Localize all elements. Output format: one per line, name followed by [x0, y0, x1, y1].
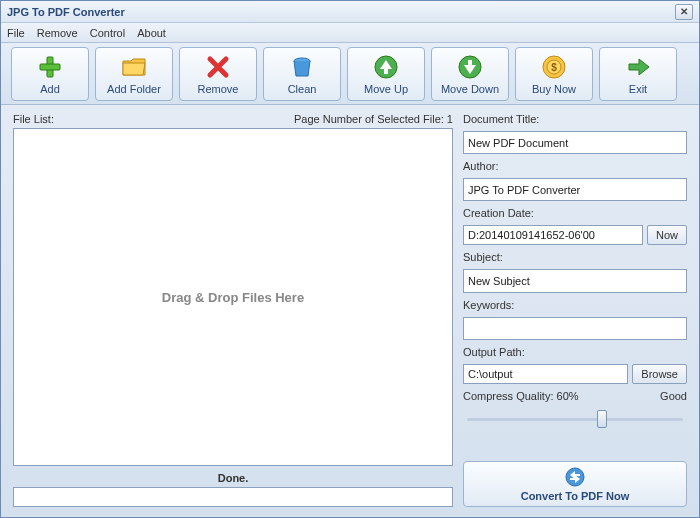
exit-label: Exit: [629, 83, 647, 95]
arrow-up-icon: [372, 53, 400, 81]
svg-text:$: $: [551, 62, 557, 73]
subject-input[interactable]: [463, 269, 687, 292]
author-label: Author:: [463, 160, 687, 172]
window-title: JPG To PDF Converter: [7, 6, 675, 18]
output-input[interactable]: [463, 364, 628, 384]
exit-arrow-icon: [624, 53, 652, 81]
status-label: Done.: [13, 472, 453, 484]
trash-icon: [288, 53, 316, 81]
doctitle-label: Document Title:: [463, 113, 687, 125]
arrow-down-icon: [456, 53, 484, 81]
slider-thumb[interactable]: [597, 410, 607, 428]
output-label: Output Path:: [463, 346, 687, 358]
titlebar: JPG To PDF Converter ✕: [1, 1, 699, 23]
quality-slider[interactable]: [463, 408, 687, 432]
keywords-label: Keywords:: [463, 299, 687, 311]
add-folder-label: Add Folder: [107, 83, 161, 95]
convert-label: Convert To PDF Now: [521, 490, 630, 502]
left-panel: File List: Page Number of Selected File:…: [13, 113, 453, 507]
right-panel: Document Title: Author: Creation Date: N…: [463, 113, 687, 507]
menubar: File Remove Control About: [1, 23, 699, 43]
date-input[interactable]: [463, 225, 643, 245]
buy-now-button[interactable]: $ Buy Now: [515, 47, 593, 101]
drop-placeholder: Drag & Drop Files Here: [162, 290, 304, 305]
clean-button[interactable]: Clean: [263, 47, 341, 101]
filelist-label: File List:: [13, 113, 54, 125]
exit-button[interactable]: Exit: [599, 47, 677, 101]
quality-text: Good: [660, 390, 687, 402]
menu-file[interactable]: File: [7, 27, 25, 39]
svg-rect-1: [40, 64, 60, 70]
add-button[interactable]: Add: [11, 47, 89, 101]
keywords-input[interactable]: [463, 317, 687, 340]
convert-button[interactable]: Convert To PDF Now: [463, 461, 687, 507]
folder-icon: [120, 53, 148, 81]
menu-control[interactable]: Control: [90, 27, 125, 39]
browse-button[interactable]: Browse: [632, 364, 687, 384]
quality-label: Compress Quality: 60%: [463, 390, 579, 402]
date-label: Creation Date:: [463, 207, 687, 219]
buy-now-label: Buy Now: [532, 83, 576, 95]
remove-button[interactable]: Remove: [179, 47, 257, 101]
x-icon: [204, 53, 232, 81]
filelist-header: File List: Page Number of Selected File:…: [13, 113, 453, 125]
clean-label: Clean: [288, 83, 317, 95]
move-up-label: Move Up: [364, 83, 408, 95]
quality-row: Compress Quality: 60% Good: [463, 390, 687, 402]
coin-icon: $: [540, 53, 568, 81]
subject-label: Subject:: [463, 251, 687, 263]
plus-icon: [36, 53, 64, 81]
convert-icon: [564, 467, 586, 489]
main-window: JPG To PDF Converter ✕ File Remove Contr…: [0, 0, 700, 518]
now-button[interactable]: Now: [647, 225, 687, 245]
content-area: File List: Page Number of Selected File:…: [1, 105, 699, 517]
slider-track: [467, 418, 683, 421]
remove-label: Remove: [198, 83, 239, 95]
progress-bar: [13, 487, 453, 507]
move-down-label: Move Down: [441, 83, 499, 95]
page-number-label: Page Number of Selected File: 1: [294, 113, 453, 125]
move-down-button[interactable]: Move Down: [431, 47, 509, 101]
doctitle-input[interactable]: [463, 131, 687, 154]
close-button[interactable]: ✕: [675, 4, 693, 20]
move-up-button[interactable]: Move Up: [347, 47, 425, 101]
add-label: Add: [40, 83, 60, 95]
toolbar: Add Add Folder Remove Clean Move Up: [1, 43, 699, 105]
menu-remove[interactable]: Remove: [37, 27, 78, 39]
file-list-box[interactable]: Drag & Drop Files Here: [13, 128, 453, 466]
author-input[interactable]: [463, 178, 687, 201]
menu-about[interactable]: About: [137, 27, 166, 39]
close-icon: ✕: [680, 6, 688, 17]
add-folder-button[interactable]: Add Folder: [95, 47, 173, 101]
